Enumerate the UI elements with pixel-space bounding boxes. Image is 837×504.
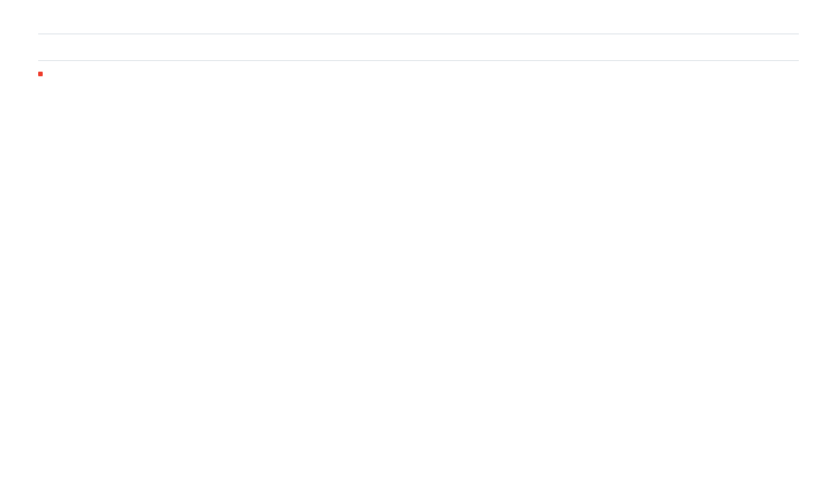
page-title [38, 26, 799, 34]
readme-page [0, 0, 837, 72]
red-highlight-box [38, 72, 43, 76]
leaderboard-heading [38, 54, 799, 61]
